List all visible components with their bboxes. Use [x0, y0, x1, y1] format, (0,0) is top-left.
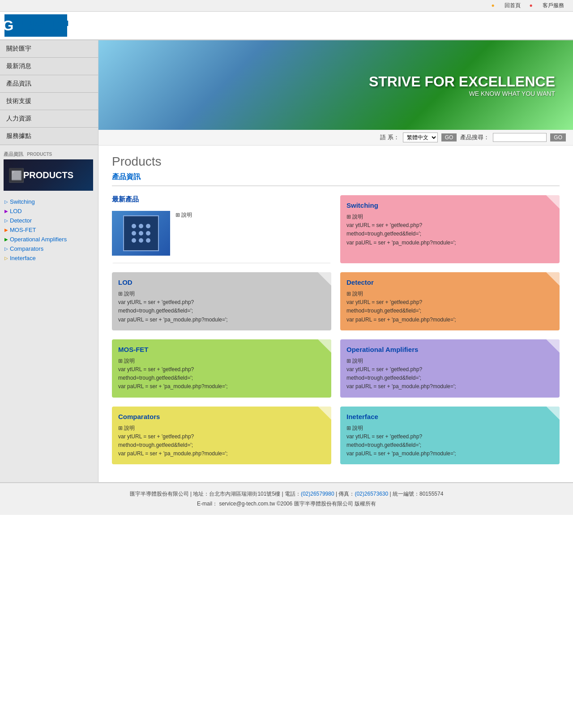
main-layout: 關於匯宇 最新消息 產品資訊 技術支援 人力資源 服務據點 產品資訊 PRODU…	[0, 40, 573, 482]
arrow-icon-detector: ▷	[4, 218, 8, 223]
ineterface-card: Ineterface ⊞ 說明 var ytURL = ser + 'getfe…	[340, 407, 560, 465]
ineterface-card-title: Ineterface	[346, 413, 553, 420]
sidebar-link-lod[interactable]: ▶ LOD	[4, 206, 94, 216]
arrow-icon-opamps: ▶	[4, 237, 8, 242]
opamps-link[interactable]: Operational Amplifiers	[346, 346, 418, 353]
product-grid-row2: LOD ⊞ 說明 var ytURL = ser + 'getfeed.php?…	[112, 272, 560, 330]
link-comparators[interactable]: Comparators	[10, 245, 43, 252]
arrow-icon-mosfet: ▶	[4, 227, 8, 232]
sidebar-product-title: 產品資訊 PRODUCTS	[4, 150, 94, 158]
chip-dot	[139, 238, 143, 243]
ineterface-desc: ⊞ 說明 var ytURL = ser + 'getfeed.php? met…	[346, 424, 553, 458]
lang-select[interactable]: 繁體中文	[403, 133, 438, 142]
footer: 匯宇半導體股份有限公司 | 地址：台北市內湖區瑞湖街101號5樓 | 電話：(0…	[0, 482, 573, 515]
banner-subtitle: WE KNOW WHAT YOU WANT	[369, 90, 555, 97]
footer-taxid: | 統一編號：80155574	[388, 491, 443, 497]
logo: G GLOBALTECH SEMICONDUCTOR	[4, 14, 67, 37]
chip-dot	[132, 231, 136, 236]
opamps-card-title: Operational Amplifiers	[346, 346, 553, 353]
brand-sub: SEMICONDUCTOR	[15, 28, 69, 32]
footer-fax-label: | 傳真：	[334, 491, 355, 497]
logo-g: G	[3, 17, 14, 34]
link-opamps[interactable]: Operational Amplifiers	[10, 236, 67, 243]
section-subtitle: 產品資訊	[112, 172, 560, 186]
newest-products-card: 最新產品	[112, 195, 331, 263]
sidebar: 關於匯宇 最新消息 產品資訊 技術支援 人力資源 服務據點 產品資訊 PRODU…	[0, 40, 98, 482]
switching-desc: ⊞ 說明 var ytURL = ser + 'getfeed.php? met…	[346, 213, 553, 247]
switching-desc-icon: ⊞ 說明	[346, 213, 553, 221]
search-go-button[interactable]: GO	[550, 133, 566, 141]
newest-desc: ⊞ 說明	[175, 211, 192, 256]
sidebar-product-banner: 🔲 PRODUCTS	[4, 159, 93, 191]
arrow-icon-ineterface: ▷	[4, 256, 8, 261]
header: G GLOBALTECH SEMICONDUCTOR	[0, 12, 573, 40]
product-grid-row1: 最新產品	[112, 195, 560, 263]
sidebar-links: ▷ Switching ▶ LOD ▷ Detector ▶ MOS-FET ▶	[4, 195, 94, 265]
sidebar-product-section: 產品資訊 PRODUCTS 🔲 PRODUCTS ▷ Switching ▶ L…	[0, 145, 98, 269]
newest-desc-icon: ⊞ 說明	[175, 212, 192, 218]
product-search-input[interactable]	[493, 133, 547, 142]
banner: STRIVE FOR EXCELLENCE WE KNOW WHAT YOU W…	[98, 40, 573, 130]
sidebar-item-news[interactable]: 最新消息	[0, 58, 98, 75]
mosfet-desc-icon: ⊞ 說明	[118, 357, 325, 365]
chip-dots	[132, 224, 150, 243]
lod-link[interactable]: LOD	[118, 278, 133, 286]
link-ineterface[interactable]: Ineterface	[10, 255, 36, 261]
sidebar-item-products[interactable]: 產品資訊	[0, 75, 98, 93]
lang-go-button[interactable]: GO	[441, 133, 457, 141]
service-link[interactable]: 客戶服務	[543, 2, 564, 9]
sidebar-link-comparators[interactable]: ▷ Comparators	[4, 244, 94, 253]
sidebar-link-switching[interactable]: ▷ Switching	[4, 197, 94, 206]
link-detector[interactable]: Detector	[10, 217, 32, 224]
opamps-desc-icon: ⊞ 說明	[346, 357, 553, 365]
sidebar-link-ineterface[interactable]: ▷ Ineterface	[4, 253, 94, 263]
detector-link[interactable]: Detector	[346, 278, 374, 286]
footer-fax[interactable]: (02)26573630	[355, 491, 388, 497]
link-lod[interactable]: LOD	[10, 208, 22, 214]
lod-card: LOD ⊞ 說明 var ytURL = ser + 'getfeed.php?…	[112, 272, 331, 330]
chip-visual	[123, 215, 159, 251]
opamps-desc: ⊞ 說明 var ytURL = ser + 'getfeed.php? met…	[346, 357, 553, 391]
sidebar-link-mosfet[interactable]: ▶ MOS-FET	[4, 225, 94, 235]
lang-search-bar: 語 系： 繁體中文 GO 產品搜尋： GO	[98, 130, 573, 146]
newest-card-title: 最新產品	[112, 195, 331, 204]
brand-name: GLOBALTECH	[15, 20, 69, 28]
switching-card: Switching ⊞ 說明 var ytURL = ser + 'getfee…	[340, 195, 560, 263]
detector-card: Detector ⊞ 說明 var ytURL = ser + 'getfeed…	[340, 272, 560, 330]
link-switching[interactable]: Switching	[10, 198, 35, 205]
sidebar-item-tech[interactable]: 技術支援	[0, 93, 98, 110]
ineterface-link[interactable]: Ineterface	[346, 413, 378, 420]
comparators-card-title: Comparators	[118, 413, 325, 420]
detector-card-title: Detector	[346, 278, 553, 286]
footer-phone[interactable]: (02)26579980	[301, 491, 334, 497]
comparators-desc: ⊞ 說明 var ytURL = ser + 'getfeed.php? met…	[118, 424, 325, 458]
sidebar-link-opamps[interactable]: ▶ Operational Amplifiers	[4, 235, 94, 244]
opamps-card: Operational Amplifiers ⊞ 說明 var ytURL = …	[340, 339, 560, 398]
comparators-link[interactable]: Comparators	[118, 413, 160, 420]
home-link[interactable]: 回首頁	[505, 2, 521, 9]
sidebar-item-service[interactable]: 服務據點	[0, 128, 98, 145]
switching-card-title: Switching	[346, 201, 553, 209]
chip-icon: 🔲	[8, 167, 25, 183]
mosfet-card-title: MOS-FET	[118, 346, 325, 353]
mosfet-link[interactable]: MOS-FET	[118, 346, 149, 353]
sidebar-link-detector[interactable]: ▷ Detector	[4, 216, 94, 225]
sidebar-item-about[interactable]: 關於匯宇	[0, 40, 98, 58]
chip-dot	[146, 238, 150, 243]
chip-dot	[132, 224, 136, 228]
arrow-icon-switching: ▷	[4, 199, 8, 204]
newest-link[interactable]: 最新產品	[112, 195, 139, 203]
sidebar-item-hr[interactable]: 人力資源	[0, 110, 98, 128]
top-bar: ● 回首頁 ● 客戶服務	[0, 0, 573, 12]
link-mosfet[interactable]: MOS-FET	[10, 227, 36, 233]
banner-text: STRIVE FOR EXCELLENCE WE KNOW WHAT YOU W…	[369, 73, 555, 97]
arrow-icon-comparators: ▷	[4, 246, 8, 251]
footer-line2: E-mail： service@g-tech.com.tw ©2006 匯宇半導…	[9, 499, 564, 509]
chip-dot	[139, 224, 143, 228]
products-content: Products 產品資訊 最新產品	[98, 146, 573, 482]
search-label: 產品搜尋：	[460, 133, 489, 141]
switching-link[interactable]: Switching	[346, 201, 378, 209]
lod-desc: ⊞ 說明 var ytURL = ser + 'getfeed.php? met…	[118, 290, 325, 324]
chip-dot	[139, 231, 143, 236]
logo-area: G GLOBALTECH SEMICONDUCTOR	[0, 14, 98, 37]
